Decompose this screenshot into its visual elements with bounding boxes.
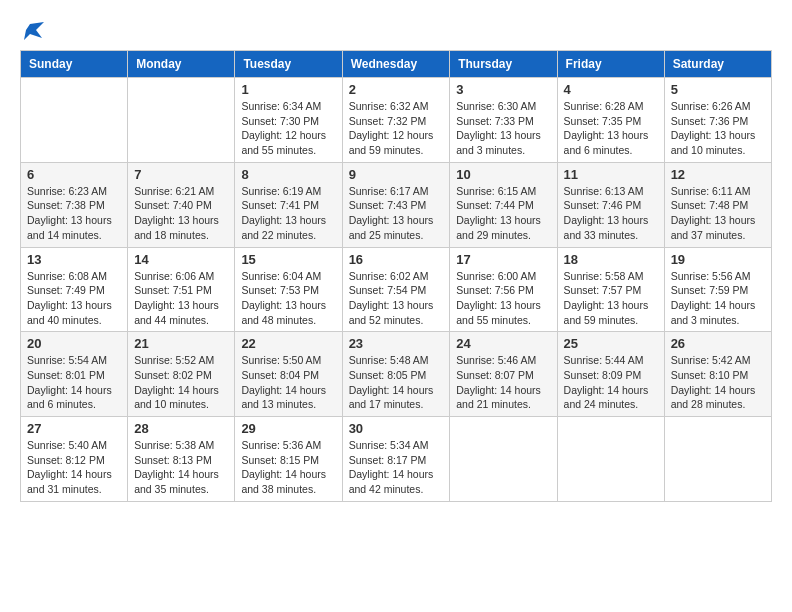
day-info: Sunrise: 5:52 AM Sunset: 8:02 PM Dayligh… [134,353,228,412]
day-info: Sunrise: 5:44 AM Sunset: 8:09 PM Dayligh… [564,353,658,412]
header-friday: Friday [557,51,664,78]
day-info: Sunrise: 6:06 AM Sunset: 7:51 PM Dayligh… [134,269,228,328]
day-number: 15 [241,252,335,267]
calendar-cell: 28Sunrise: 5:38 AM Sunset: 8:13 PM Dayli… [128,417,235,502]
day-info: Sunrise: 6:02 AM Sunset: 7:54 PM Dayligh… [349,269,444,328]
day-info: Sunrise: 5:56 AM Sunset: 7:59 PM Dayligh… [671,269,765,328]
day-info: Sunrise: 6:11 AM Sunset: 7:48 PM Dayligh… [671,184,765,243]
calendar-cell: 8Sunrise: 6:19 AM Sunset: 7:41 PM Daylig… [235,162,342,247]
day-info: Sunrise: 5:50 AM Sunset: 8:04 PM Dayligh… [241,353,335,412]
calendar-cell: 1Sunrise: 6:34 AM Sunset: 7:30 PM Daylig… [235,78,342,163]
page-header [20,20,772,40]
calendar-cell: 30Sunrise: 5:34 AM Sunset: 8:17 PM Dayli… [342,417,450,502]
day-number: 12 [671,167,765,182]
day-info: Sunrise: 5:36 AM Sunset: 8:15 PM Dayligh… [241,438,335,497]
day-number: 11 [564,167,658,182]
calendar-cell: 20Sunrise: 5:54 AM Sunset: 8:01 PM Dayli… [21,332,128,417]
day-number: 4 [564,82,658,97]
calendar-cell: 13Sunrise: 6:08 AM Sunset: 7:49 PM Dayli… [21,247,128,332]
calendar-cell: 12Sunrise: 6:11 AM Sunset: 7:48 PM Dayli… [664,162,771,247]
day-number: 10 [456,167,550,182]
calendar-cell: 19Sunrise: 5:56 AM Sunset: 7:59 PM Dayli… [664,247,771,332]
day-number: 20 [27,336,121,351]
calendar-cell: 25Sunrise: 5:44 AM Sunset: 8:09 PM Dayli… [557,332,664,417]
day-number: 18 [564,252,658,267]
calendar-cell [450,417,557,502]
header-thursday: Thursday [450,51,557,78]
logo-bird-icon [22,20,44,42]
calendar-cell: 18Sunrise: 5:58 AM Sunset: 7:57 PM Dayli… [557,247,664,332]
calendar-cell [128,78,235,163]
calendar-cell [21,78,128,163]
calendar-cell: 15Sunrise: 6:04 AM Sunset: 7:53 PM Dayli… [235,247,342,332]
calendar-week-row: 20Sunrise: 5:54 AM Sunset: 8:01 PM Dayli… [21,332,772,417]
calendar-cell: 9Sunrise: 6:17 AM Sunset: 7:43 PM Daylig… [342,162,450,247]
day-number: 1 [241,82,335,97]
day-info: Sunrise: 6:30 AM Sunset: 7:33 PM Dayligh… [456,99,550,158]
calendar-cell: 14Sunrise: 6:06 AM Sunset: 7:51 PM Dayli… [128,247,235,332]
header-sunday: Sunday [21,51,128,78]
header-monday: Monday [128,51,235,78]
day-number: 3 [456,82,550,97]
day-info: Sunrise: 6:26 AM Sunset: 7:36 PM Dayligh… [671,99,765,158]
calendar-cell: 21Sunrise: 5:52 AM Sunset: 8:02 PM Dayli… [128,332,235,417]
calendar-cell [664,417,771,502]
day-info: Sunrise: 6:04 AM Sunset: 7:53 PM Dayligh… [241,269,335,328]
calendar-week-row: 27Sunrise: 5:40 AM Sunset: 8:12 PM Dayli… [21,417,772,502]
calendar-cell: 4Sunrise: 6:28 AM Sunset: 7:35 PM Daylig… [557,78,664,163]
calendar-cell: 23Sunrise: 5:48 AM Sunset: 8:05 PM Dayli… [342,332,450,417]
calendar-week-row: 13Sunrise: 6:08 AM Sunset: 7:49 PM Dayli… [21,247,772,332]
calendar-header-row: SundayMondayTuesdayWednesdayThursdayFrid… [21,51,772,78]
calendar-cell: 3Sunrise: 6:30 AM Sunset: 7:33 PM Daylig… [450,78,557,163]
logo [20,20,44,40]
day-info: Sunrise: 6:32 AM Sunset: 7:32 PM Dayligh… [349,99,444,158]
day-number: 27 [27,421,121,436]
header-saturday: Saturday [664,51,771,78]
calendar-cell: 22Sunrise: 5:50 AM Sunset: 8:04 PM Dayli… [235,332,342,417]
day-info: Sunrise: 6:13 AM Sunset: 7:46 PM Dayligh… [564,184,658,243]
calendar-cell: 5Sunrise: 6:26 AM Sunset: 7:36 PM Daylig… [664,78,771,163]
calendar-cell: 7Sunrise: 6:21 AM Sunset: 7:40 PM Daylig… [128,162,235,247]
calendar-cell: 17Sunrise: 6:00 AM Sunset: 7:56 PM Dayli… [450,247,557,332]
calendar-cell: 26Sunrise: 5:42 AM Sunset: 8:10 PM Dayli… [664,332,771,417]
calendar-week-row: 6Sunrise: 6:23 AM Sunset: 7:38 PM Daylig… [21,162,772,247]
day-number: 5 [671,82,765,97]
day-info: Sunrise: 6:34 AM Sunset: 7:30 PM Dayligh… [241,99,335,158]
calendar-cell: 24Sunrise: 5:46 AM Sunset: 8:07 PM Dayli… [450,332,557,417]
day-info: Sunrise: 5:42 AM Sunset: 8:10 PM Dayligh… [671,353,765,412]
day-number: 14 [134,252,228,267]
day-number: 24 [456,336,550,351]
calendar-table: SundayMondayTuesdayWednesdayThursdayFrid… [20,50,772,502]
day-info: Sunrise: 5:38 AM Sunset: 8:13 PM Dayligh… [134,438,228,497]
day-info: Sunrise: 6:19 AM Sunset: 7:41 PM Dayligh… [241,184,335,243]
day-number: 26 [671,336,765,351]
day-info: Sunrise: 6:23 AM Sunset: 7:38 PM Dayligh… [27,184,121,243]
day-info: Sunrise: 5:54 AM Sunset: 8:01 PM Dayligh… [27,353,121,412]
day-number: 13 [27,252,121,267]
calendar-cell: 6Sunrise: 6:23 AM Sunset: 7:38 PM Daylig… [21,162,128,247]
day-info: Sunrise: 6:21 AM Sunset: 7:40 PM Dayligh… [134,184,228,243]
day-info: Sunrise: 6:17 AM Sunset: 7:43 PM Dayligh… [349,184,444,243]
calendar-cell [557,417,664,502]
calendar-cell: 2Sunrise: 6:32 AM Sunset: 7:32 PM Daylig… [342,78,450,163]
calendar-cell: 27Sunrise: 5:40 AM Sunset: 8:12 PM Dayli… [21,417,128,502]
calendar-cell: 16Sunrise: 6:02 AM Sunset: 7:54 PM Dayli… [342,247,450,332]
day-number: 2 [349,82,444,97]
header-tuesday: Tuesday [235,51,342,78]
header-wednesday: Wednesday [342,51,450,78]
day-number: 16 [349,252,444,267]
day-info: Sunrise: 6:00 AM Sunset: 7:56 PM Dayligh… [456,269,550,328]
day-number: 23 [349,336,444,351]
day-number: 17 [456,252,550,267]
day-info: Sunrise: 5:34 AM Sunset: 8:17 PM Dayligh… [349,438,444,497]
day-number: 19 [671,252,765,267]
day-info: Sunrise: 6:08 AM Sunset: 7:49 PM Dayligh… [27,269,121,328]
day-info: Sunrise: 6:28 AM Sunset: 7:35 PM Dayligh… [564,99,658,158]
day-info: Sunrise: 5:58 AM Sunset: 7:57 PM Dayligh… [564,269,658,328]
day-info: Sunrise: 6:15 AM Sunset: 7:44 PM Dayligh… [456,184,550,243]
calendar-week-row: 1Sunrise: 6:34 AM Sunset: 7:30 PM Daylig… [21,78,772,163]
day-number: 8 [241,167,335,182]
day-info: Sunrise: 5:48 AM Sunset: 8:05 PM Dayligh… [349,353,444,412]
day-number: 30 [349,421,444,436]
calendar-cell: 29Sunrise: 5:36 AM Sunset: 8:15 PM Dayli… [235,417,342,502]
